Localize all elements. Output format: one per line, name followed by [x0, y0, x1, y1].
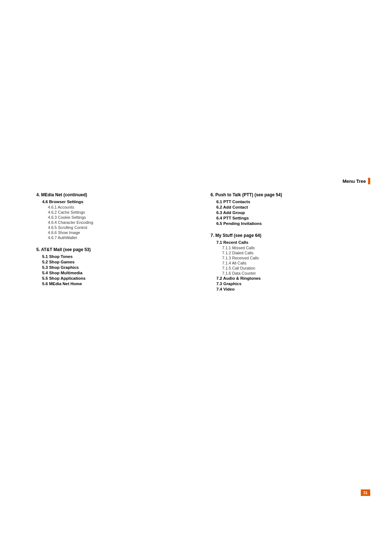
subsection-61: 6.1 PTT Contacts — [216, 200, 370, 204]
content-area: 4. MEdia Net (continued) 4.6 Browser Set… — [36, 192, 370, 299]
subsection-465: 4.6.5 Scrolling Control — [48, 225, 196, 230]
right-column: 6. Push to Talk (PTT) (see page 54) 6.1 … — [211, 192, 370, 299]
subsection-71: 7.1 Recent Calls — [216, 240, 370, 245]
menu-tree-label: Menu Tree — [343, 178, 366, 184]
subsection-463: 4.6.3 Cookie Settings — [48, 215, 196, 219]
subsection-74: 7.4 Video — [216, 287, 370, 291]
menu-tree-header: Menu Tree — [343, 178, 370, 184]
subsection-53: 5.3 Shop Graphics — [42, 265, 196, 270]
subsection-73: 7.3 Graphics — [216, 282, 370, 286]
section-7-block: 7. My Stuff (see page 64) 7.1 Recent Cal… — [211, 233, 370, 291]
section-5-block: 5. AT&T Mall (see page 53) 5.1 Shop Tone… — [36, 247, 196, 286]
subsection-715: 7.1.5 Call Duration — [222, 266, 370, 270]
subsection-713: 7.1.3 Received Calls — [222, 256, 370, 260]
section-7-heading: 7. My Stuff (see page 64) — [211, 233, 370, 238]
subsection-55: 5.5 Shop Applications — [42, 276, 196, 280]
page-number: 31 — [361, 489, 370, 496]
subsection-716: 7.1.6 Data Counter — [222, 271, 370, 275]
subsection-56: 5.6 MEdia Net Home — [42, 282, 196, 286]
subsection-62: 6.2 Add Contact — [216, 205, 370, 209]
subsection-461: 4.6.1 Accounts — [48, 205, 196, 209]
subsection-51: 5.1 Shop Tones — [42, 254, 196, 259]
subsection-464: 4.6.4 Character Encoding — [48, 220, 196, 225]
subsection-63: 6.3 Add Group — [216, 210, 370, 215]
subsection-46: 4.6 Browser Settings — [42, 200, 196, 204]
subsection-72: 7.2 Audio & Ringtones — [216, 276, 370, 280]
subsection-466: 4.6.6 Show Image — [48, 230, 196, 235]
section-6-heading: 6. Push to Talk (PTT) (see page 54) — [211, 192, 370, 197]
menu-tree-bar-icon — [368, 178, 370, 184]
section-6-block: 6. Push to Talk (PTT) (see page 54) 6.1 … — [211, 192, 370, 226]
page-container: Menu Tree 4. MEdia Net (continued) 4.6 B… — [0, 0, 392, 554]
left-column: 4. MEdia Net (continued) 4.6 Browser Set… — [36, 192, 196, 299]
subsection-712: 7.1.2 Dialed Calls — [222, 251, 370, 255]
section-4-heading: 4. MEdia Net (continued) — [36, 192, 196, 197]
subsection-52: 5.2 Shop Games — [42, 260, 196, 264]
subsection-64: 6.4 PTT Settings — [216, 216, 370, 220]
section-5-heading: 5. AT&T Mall (see page 53) — [36, 247, 196, 252]
subsection-711: 7.1.1 Missed Calls — [222, 246, 370, 250]
subsection-462: 4.6.2 Cache Settings — [48, 210, 196, 214]
subsection-54: 5.4 Shop Multimedia — [42, 271, 196, 275]
subsection-467: 4.6.7 AuthWallet — [48, 235, 196, 240]
subsection-714: 7.1.4 All Calls — [222, 261, 370, 265]
subsection-65: 6.5 Pending Invitations — [216, 221, 370, 226]
section-4-block: 4. MEdia Net (continued) 4.6 Browser Set… — [36, 192, 196, 240]
